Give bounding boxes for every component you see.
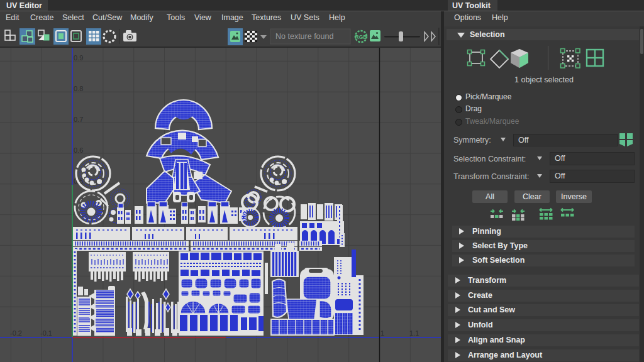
svg-text:0.8: 0.8 — [74, 85, 83, 92]
svg-text:RGB: RGB — [355, 34, 367, 40]
svg-text:0.9: 0.9 — [74, 54, 83, 62]
svg-text:1.1: 1.1 — [409, 329, 419, 337]
svg-text:No texture found: No texture found — [275, 32, 333, 41]
svg-text:0.6: 0.6 — [74, 146, 83, 154]
svg-text:1: 1 — [380, 329, 384, 337]
svg-text:-0.2: -0.2 — [10, 329, 22, 337]
svg-text:0.7: 0.7 — [74, 116, 83, 123]
svg-text:-0.1: -0.1 — [40, 329, 52, 337]
